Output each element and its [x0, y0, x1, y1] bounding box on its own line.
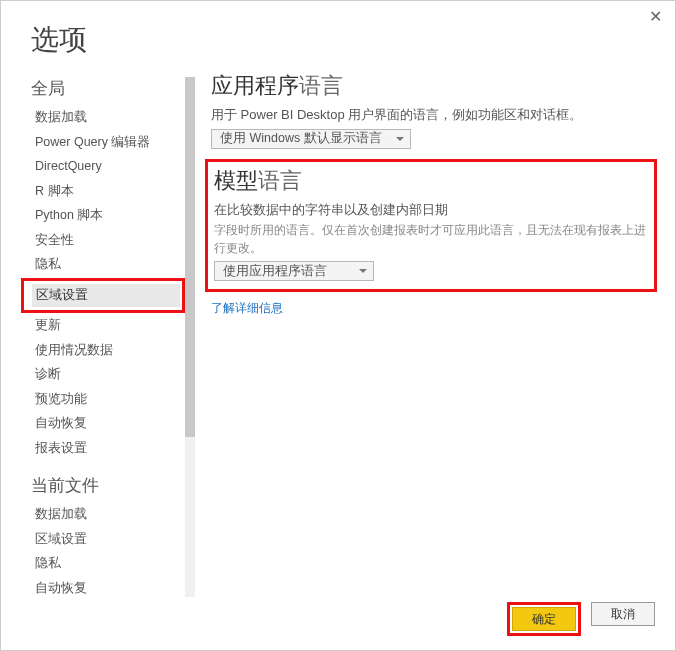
model-language-subtitle: 在比较数据中的字符串以及创建内部日期 — [214, 200, 648, 220]
sidebar-scrollbar-thumb[interactable] — [185, 77, 195, 437]
nav-data-load[interactable]: 数据加载 — [31, 106, 181, 130]
app-language-section: 应用程序语言 用于 Power BI Desktop 用户界面的语言，例如功能区… — [211, 71, 651, 149]
nav-r-script[interactable]: R 脚本 — [31, 180, 181, 204]
chevron-down-icon — [396, 137, 404, 141]
sidebar-scrollbar-track[interactable] — [185, 77, 195, 597]
model-language-title: 模型语言 — [214, 166, 648, 196]
model-language-note: 字段时所用的语言。仅在首次创建报表时才可应用此语言，且无法在现有报表上进行更改。 — [214, 221, 648, 257]
sidebar: 全局 数据加载 Power Query 编辑器 DirectQuery R 脚本… — [31, 77, 181, 597]
nav-privacy[interactable]: 隐私 — [31, 253, 181, 277]
model-language-dropdown[interactable]: 使用应用程序语言 — [214, 261, 374, 281]
learn-more-link[interactable]: 了解详细信息 — [211, 300, 283, 317]
nav-report-settings[interactable]: 报表设置 — [31, 437, 181, 461]
model-language-value: 使用应用程序语言 — [223, 263, 327, 280]
nav-diagnostics[interactable]: 诊断 — [31, 363, 181, 387]
nav-auto-recovery[interactable]: 自动恢复 — [31, 412, 181, 436]
nav-security[interactable]: 安全性 — [31, 229, 181, 253]
nav-directquery[interactable]: DirectQuery — [31, 155, 181, 179]
highlight-regional-settings: 区域设置 — [21, 278, 185, 314]
highlight-ok-button: 确定 — [507, 602, 581, 636]
highlight-model-language: 模型语言 在比较数据中的字符串以及创建内部日期 字段时所用的语言。仅在首次创建报… — [205, 159, 657, 293]
app-language-dropdown[interactable]: 使用 Windows 默认显示语言 — [211, 129, 411, 149]
nav-regional-settings[interactable]: 区域设置 — [32, 284, 180, 308]
dialog-footer: 确定 取消 — [507, 602, 655, 636]
nav-updates[interactable]: 更新 — [31, 314, 181, 338]
settings-panel: 应用程序语言 用于 Power BI Desktop 用户界面的语言，例如功能区… — [211, 71, 651, 317]
nav-cf-auto-recovery[interactable]: 自动恢复 — [31, 577, 181, 601]
nav-cf-privacy[interactable]: 隐私 — [31, 552, 181, 576]
nav-python-script[interactable]: Python 脚本 — [31, 204, 181, 228]
close-icon[interactable]: ✕ — [647, 9, 663, 25]
sidebar-section-global[interactable]: 全局 — [31, 77, 181, 100]
nav-preview-features[interactable]: 预览功能 — [31, 388, 181, 412]
app-language-subtitle: 用于 Power BI Desktop 用户界面的语言，例如功能区和对话框。 — [211, 105, 651, 125]
app-language-value: 使用 Windows 默认显示语言 — [220, 130, 382, 147]
sidebar-section-current-file[interactable]: 当前文件 — [31, 474, 181, 497]
app-language-title: 应用程序语言 — [211, 71, 651, 101]
nav-cf-regional[interactable]: 区域设置 — [31, 528, 181, 552]
chevron-down-icon — [359, 269, 367, 273]
cancel-button[interactable]: 取消 — [591, 602, 655, 626]
nav-cf-data-load[interactable]: 数据加载 — [31, 503, 181, 527]
ok-button[interactable]: 确定 — [512, 607, 576, 631]
nav-usage-data[interactable]: 使用情况数据 — [31, 339, 181, 363]
dialog-title: 选项 — [31, 21, 87, 59]
nav-pq-editor[interactable]: Power Query 编辑器 — [31, 131, 181, 155]
